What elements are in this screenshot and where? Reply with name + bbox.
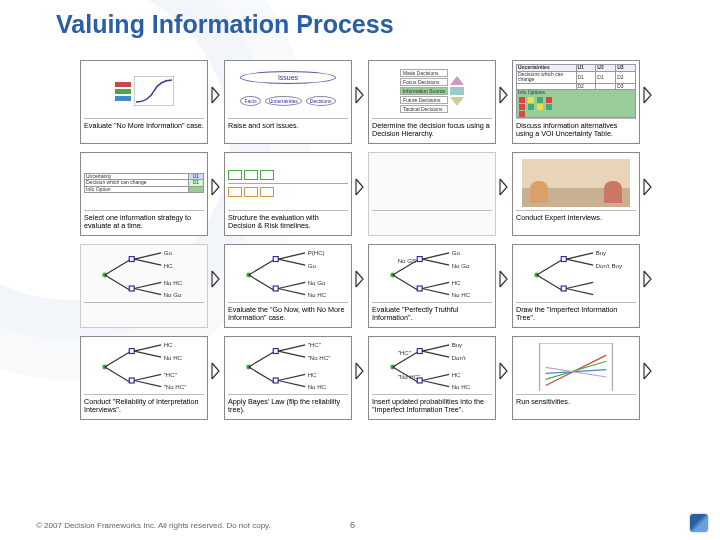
svg-line-29 xyxy=(393,275,418,290)
svg-text:HC: HC xyxy=(452,279,461,286)
svg-line-20 xyxy=(278,259,305,265)
step-caption: Determine the decision focus using a Dec… xyxy=(372,122,492,140)
svg-line-84 xyxy=(422,351,449,357)
step-illustration: BuyDon't Buy xyxy=(516,248,636,303)
step-caption: Draw the "Imperfect Information Tree". xyxy=(516,306,636,324)
svg-line-73 xyxy=(278,381,305,387)
svg-text:No HC: No HC xyxy=(164,279,183,286)
svg-text:No HC: No HC xyxy=(452,383,471,390)
svg-line-6 xyxy=(134,253,161,259)
svg-line-15 xyxy=(249,260,274,275)
flow-arrow-icon xyxy=(642,60,656,130)
step-illustration: "HC""No HC"HCNo HC xyxy=(228,340,348,395)
process-step: P(HC)GoNo GoNo HCEvaluate the "Go Now, w… xyxy=(224,244,352,328)
svg-line-34 xyxy=(422,282,449,288)
svg-line-7 xyxy=(134,259,161,265)
process-step: UncertaintyU1Decision which can changeD1… xyxy=(80,152,208,236)
svg-text:"No HC": "No HC" xyxy=(398,373,421,380)
step-illustration: IssuesFactsUncertaintiesDecisions xyxy=(228,64,348,119)
step-illustration xyxy=(228,156,348,211)
process-step: Structure the evaluation with Decision &… xyxy=(224,152,352,236)
step-illustration: BuyDon'tHCNo HC"HC""No HC" xyxy=(372,340,492,395)
step-caption: Evaluate the "Go Now, with No More Infor… xyxy=(228,306,348,324)
process-grid: Evaluate "No More Information" case.Issu… xyxy=(80,60,696,428)
svg-line-83 xyxy=(422,345,449,351)
svg-text:Don't Buy: Don't Buy xyxy=(596,262,623,269)
svg-line-57 xyxy=(134,345,161,351)
svg-line-3 xyxy=(105,275,130,290)
svg-line-67 xyxy=(249,367,274,382)
svg-text:No HC: No HC xyxy=(308,291,327,298)
step-caption: Evaluate "No More Information" case. xyxy=(84,122,204,140)
slide-title: Valuing Information Process xyxy=(56,10,394,39)
process-step: "HC""No HC"HCNo HCApply Bayes' Law (flip… xyxy=(224,336,352,420)
process-step xyxy=(368,152,496,236)
svg-line-59 xyxy=(134,374,161,380)
svg-line-72 xyxy=(278,374,305,380)
step-caption xyxy=(84,306,204,324)
svg-line-8 xyxy=(134,282,161,288)
flow-arrow-icon xyxy=(498,244,512,314)
process-step: Evaluate "No More Information" case. xyxy=(80,60,208,144)
process-step: BuyDon't BuyDraw the "Imperfect Informat… xyxy=(512,244,640,328)
flow-arrow-icon xyxy=(210,244,224,314)
svg-text:No HC: No HC xyxy=(452,291,471,298)
svg-text:No Go: No Go xyxy=(164,291,182,298)
svg-line-2 xyxy=(105,260,130,275)
flow-arrow-icon xyxy=(354,60,368,130)
svg-line-35 xyxy=(422,289,449,295)
svg-line-46 xyxy=(566,253,593,259)
process-step: Made DecisionsFocus DecisionsInformation… xyxy=(368,60,496,144)
svg-line-19 xyxy=(278,253,305,259)
step-caption: Conduct "Reliability of Interpretation I… xyxy=(84,398,204,416)
step-caption: Discuss information alternatives using a… xyxy=(516,122,636,140)
flow-arrow-icon xyxy=(210,152,224,222)
svg-line-85 xyxy=(422,374,449,380)
step-illustration: UncertaintiesU1U2U3Decisions which can c… xyxy=(516,64,636,119)
svg-line-58 xyxy=(134,351,161,357)
flow-arrow-icon xyxy=(498,152,512,222)
flow-arrow-icon xyxy=(642,336,656,406)
step-caption xyxy=(372,214,492,232)
svg-line-16 xyxy=(249,275,274,290)
svg-line-71 xyxy=(278,351,305,357)
step-illustration: HCNo HC"HC""No HC" xyxy=(84,340,204,395)
copyright-footer: © 2007 Decision Frameworks Inc. All righ… xyxy=(36,521,271,530)
process-step: GoNo GoHCNo HCNo GSEvaluate "Perfectly T… xyxy=(368,244,496,328)
step-caption: Structure the evaluation with Decision &… xyxy=(228,214,348,232)
flow-arrow-icon xyxy=(210,60,224,130)
svg-text:HC: HC xyxy=(164,341,173,348)
step-caption: Apply Bayes' Law (flip the reliability t… xyxy=(228,398,348,416)
step-caption: Raise and sort issues. xyxy=(228,122,348,140)
svg-text:HC: HC xyxy=(452,371,461,378)
svg-rect-44 xyxy=(561,257,566,262)
svg-line-22 xyxy=(278,289,305,295)
flow-arrow-icon xyxy=(642,244,656,314)
svg-line-9 xyxy=(134,289,161,295)
process-step: Conduct Expert Interviews. xyxy=(512,152,640,236)
svg-line-32 xyxy=(422,253,449,259)
flow-arrow-icon xyxy=(354,244,368,314)
svg-line-53 xyxy=(105,352,130,367)
process-step: GoHCNo HCNo Go xyxy=(80,244,208,328)
svg-rect-4 xyxy=(129,257,134,262)
brand-logo-icon xyxy=(690,514,708,532)
svg-line-21 xyxy=(278,282,305,288)
step-illustration xyxy=(84,64,204,119)
svg-rect-56 xyxy=(129,378,134,383)
svg-line-86 xyxy=(422,381,449,387)
svg-text:"HC": "HC" xyxy=(308,341,321,348)
step-illustration: Made DecisionsFocus DecisionsInformation… xyxy=(372,64,492,119)
svg-text:No HC: No HC xyxy=(308,383,327,390)
step-caption: Conduct Expert Interviews. xyxy=(516,214,636,232)
svg-text:No GS: No GS xyxy=(398,257,416,264)
step-illustration xyxy=(516,156,636,211)
step-illustration xyxy=(372,156,492,211)
step-caption: Select one information strategy to evalu… xyxy=(84,214,204,232)
svg-rect-30 xyxy=(417,257,422,262)
flow-arrow-icon xyxy=(498,336,512,406)
svg-line-42 xyxy=(537,260,562,275)
step-caption: Insert updated probabilities into the "I… xyxy=(372,398,492,416)
process-step: BuyDon'tHCNo HC"HC""No HC"Insert updated… xyxy=(368,336,496,420)
svg-text:Don't: Don't xyxy=(452,354,466,361)
